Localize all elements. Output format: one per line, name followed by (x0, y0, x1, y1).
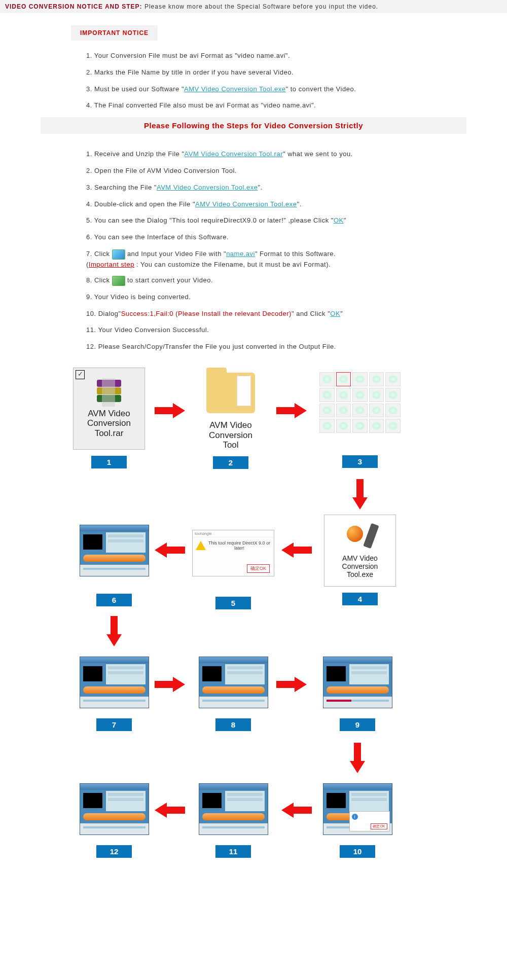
input-file-icon (112, 249, 125, 260)
important-step-label: Important step (89, 261, 134, 268)
amv-tool-link[interactable]: AMV Video Conversion Tool.exe (184, 85, 285, 93)
svg-marker-9 (281, 803, 312, 818)
folder-icon (206, 373, 255, 413)
check-icon: ✓ (76, 370, 85, 379)
svg-marker-6 (155, 677, 185, 692)
step-1: 1. Receive and Unzip the File "AVM Video… (86, 149, 507, 160)
exe-link-2[interactable]: AMV Video Conversion Tool.exe (195, 200, 297, 208)
diagram-step-9: 9 (319, 657, 395, 731)
rar-icon (94, 379, 124, 408)
svg-marker-5 (106, 616, 122, 646)
num-12: 12 (96, 845, 132, 858)
step-8: 8. Click to start convert your Video. (86, 275, 507, 286)
diagram-step-5: toolsingle This tool require DirectX 9.0… (190, 530, 276, 609)
arrow-left-icon (155, 803, 185, 818)
notice-title: VIDEO CONVERSION NOTICE AND STEP: (5, 3, 142, 10)
num-6: 6 (96, 594, 132, 606)
arrow-left-icon (155, 542, 185, 558)
step-2: 2. Open the File of AVM Video Conversion… (86, 166, 507, 176)
svg-marker-10 (155, 803, 185, 818)
diagram-step-8: 8 (195, 657, 271, 731)
convert-icon (112, 276, 125, 286)
num-11: 11 (215, 845, 251, 858)
messagebox-icon: toolsingle This tool require DirectX 9.0… (192, 530, 274, 576)
app-window-icon (80, 657, 149, 708)
notice-3: 3. Must be used our Software "AMV Video … (86, 84, 507, 95)
arrow-right-icon (276, 677, 307, 692)
arrow-down-icon (352, 479, 368, 510)
notice-subtitle: Please know more about the Special Softw… (144, 3, 378, 10)
diagram-step-3: 3 (314, 370, 406, 468)
diagram-step-4: AMV Video Conversion Tool.exe 4 (319, 515, 401, 605)
arrow-right-icon (276, 403, 307, 418)
svg-marker-1 (276, 403, 307, 418)
rar-label: AVM Video Conversion Tool.rar (87, 409, 131, 439)
step-10: 10. Dialog"Success:1,Fail:0 (Please Inst… (86, 309, 507, 319)
success-fail-text: Success:1,Fail:0 (Please Install the rel… (121, 310, 292, 317)
diagram-step-10: i确定OK 10 (319, 783, 395, 858)
svg-marker-4 (155, 542, 185, 558)
step-3: 3. Searching the File "AVM Video Convers… (86, 183, 507, 193)
flow-diagram: ✓ AVM Video Conversion Tool.rar 1 AVM Vi… (66, 368, 441, 966)
num-1: 1 (91, 456, 127, 468)
warning-icon (196, 541, 206, 550)
svg-marker-2 (352, 479, 368, 510)
notice-list: 1. Your Conversion File must be avi Form… (86, 51, 507, 111)
ok-button: 确定OK (247, 564, 270, 573)
svg-marker-0 (155, 403, 185, 418)
step-4: 4. Double-click and open the File "AMV V… (86, 199, 507, 210)
step-9: 9. Your Video is being converted. (86, 292, 507, 303)
rar-link[interactable]: AVM Video Conversion Tool.rar (185, 150, 283, 158)
arrow-left-icon (281, 542, 312, 558)
app-window-icon (323, 657, 392, 708)
info-dialog-icon: i确定OK (349, 811, 390, 831)
step-5: 5. You can see the Dialog "This tool req… (86, 215, 507, 226)
num-7: 7 (96, 718, 132, 731)
step-6: 6. You can see the Interface of this Sof… (86, 232, 507, 243)
exe-link-1[interactable]: AVM Video Conversion Tool.exe (157, 184, 258, 191)
diagram-step-7: 7 (76, 657, 152, 731)
exe-label: AMV Video Conversion Tool.exe (342, 554, 378, 578)
folder-label: AVM Video Conversion Tool (193, 420, 269, 450)
num-4: 4 (342, 593, 378, 605)
steps-banner: Please Following the Steps for Video Con… (41, 117, 466, 134)
arrow-right-icon (155, 403, 185, 418)
notice-4: 4. The Final converted File also must be… (86, 100, 507, 111)
arrow-down-icon (106, 616, 122, 646)
ok-link-1[interactable]: OK (334, 216, 344, 224)
app-window-icon (80, 783, 149, 835)
notice-1: 1. Your Conversion File must be avi Form… (86, 51, 507, 61)
steps-list: 1. Receive and Unzip the File "AVM Video… (86, 149, 507, 352)
svg-marker-7 (276, 677, 307, 692)
step-11: 11. Your Video Conversion Successful. (86, 325, 507, 336)
diagram-step-11: 11 (195, 783, 271, 858)
num-8: 8 (215, 718, 251, 731)
app-window-icon (199, 657, 268, 708)
app-window-icon (199, 783, 268, 835)
diagram-step-12: 12 (76, 783, 152, 858)
num-5: 5 (215, 597, 251, 609)
exe-icon (345, 523, 375, 551)
file-grid-icon (317, 370, 403, 435)
important-notice-badge: IMPORTANT NOTICE (71, 25, 158, 41)
num-10: 10 (340, 845, 375, 858)
ok-link-2[interactable]: OK (330, 310, 340, 317)
step-7: 7. Click and Input your Video File with … (86, 249, 507, 269)
svg-marker-8 (350, 743, 365, 773)
avi-name-link[interactable]: name.avi (226, 250, 255, 258)
diagram-step-2: AVM Video Conversion Tool 2 (193, 368, 269, 469)
svg-marker-3 (281, 542, 312, 558)
notice-2: 2. Marks the File Name by title in order… (86, 67, 507, 78)
num-9: 9 (340, 718, 375, 731)
app-window-icon: i确定OK (323, 783, 392, 835)
step-12: 12. Please Search/Copy/Transfer the File… (86, 342, 507, 352)
arrow-right-icon (155, 677, 185, 692)
num-3: 3 (342, 455, 378, 468)
app-window-icon (80, 525, 149, 576)
diagram-step-6: 6 (76, 525, 152, 606)
notice-header-bar: VIDEO CONVERSION NOTICE AND STEP: Please… (0, 0, 507, 13)
arrow-down-icon (350, 743, 365, 773)
diagram-step-1: ✓ AVM Video Conversion Tool.rar 1 (71, 368, 147, 468)
arrow-left-icon (281, 803, 312, 818)
num-2: 2 (213, 456, 248, 469)
